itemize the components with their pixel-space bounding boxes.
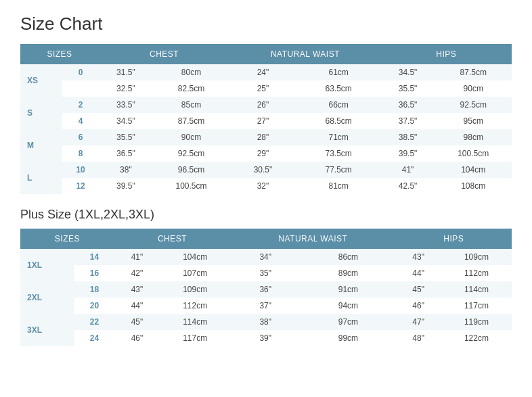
- size-number: 2: [62, 97, 99, 113]
- hips-in: 42.5": [381, 178, 435, 194]
- hips-cm: 119cm: [441, 314, 512, 330]
- plus-size-table: SIZES CHEST NATURAL WAIST HIPS 1XL 14 41…: [20, 229, 512, 346]
- chest-in: 31.5": [99, 64, 153, 80]
- chest-cm: 109cm: [160, 281, 230, 298]
- waist-in: 35": [230, 265, 301, 281]
- chest-cm: 100.5cm: [153, 178, 230, 194]
- waist-cm: 66cm: [296, 97, 381, 113]
- size-number: 16: [74, 265, 114, 281]
- waist-in: 38": [230, 314, 301, 330]
- hips-cm: 95cm: [435, 113, 512, 129]
- hips-in: 43": [396, 249, 441, 265]
- chest-cm: 80cm: [153, 64, 230, 80]
- page-title: Size Chart: [20, 14, 512, 34]
- waist-cm: 77.5cm: [296, 162, 381, 178]
- plus-size-title: Plus Size (1XL,2XL,3XL): [20, 208, 512, 222]
- table-row: L 10 38" 96.5cm 30.5" 77.5cm 41" 104cm: [20, 162, 512, 178]
- hips-in: 41": [381, 162, 435, 178]
- chest-in: 36.5": [99, 145, 153, 162]
- waist-cm: 63.5cm: [296, 80, 381, 97]
- hips-cm: 98cm: [435, 129, 512, 145]
- chest-in: 35.5": [99, 129, 153, 145]
- table-row: 20 44" 112cm 37" 94cm 46" 117cm: [20, 298, 512, 314]
- table-row: 1XL 14 41" 104cm 34" 86cm 43" 109cm: [20, 249, 512, 265]
- size-number: 0: [62, 64, 99, 80]
- header-hips: HIPS: [381, 44, 512, 64]
- table-row: 24 46" 117cm 39" 99cm 48" 122cm: [20, 330, 512, 346]
- size-label: 2XL: [20, 281, 74, 314]
- size-number: [62, 80, 99, 97]
- table-row: 32.5" 82.5cm 25" 63.5cm 35.5" 90cm: [20, 80, 512, 97]
- table-row: M 6 35.5" 90cm 28" 71cm 38.5" 98cm: [20, 129, 512, 145]
- size-number: 10: [62, 162, 99, 178]
- chest-cm: 85cm: [153, 97, 230, 113]
- chest-cm: 82.5cm: [153, 80, 230, 97]
- size-number: 14: [74, 249, 114, 265]
- chest-in: 33.5": [99, 97, 153, 113]
- waist-in: 36": [230, 281, 301, 298]
- chest-in: 42": [114, 265, 160, 281]
- header-chest: CHEST: [99, 44, 229, 64]
- hips-in: 39.5": [381, 145, 435, 162]
- size-label: 1XL: [20, 249, 74, 281]
- waist-in: 37": [230, 298, 301, 314]
- size-label: 3XL: [20, 314, 74, 346]
- hips-cm: 108cm: [435, 178, 512, 194]
- waist-in: 32": [229, 178, 296, 194]
- chest-in: 39.5": [99, 178, 153, 194]
- waist-in: 39": [230, 330, 301, 346]
- size-number: 20: [74, 298, 114, 314]
- size-number: 4: [62, 113, 99, 129]
- waist-cm: 91cm: [301, 281, 395, 298]
- hips-in: 44": [396, 265, 441, 281]
- chest-in: 41": [114, 249, 160, 265]
- chest-in: 38": [99, 162, 153, 178]
- chest-cm: 112cm: [160, 298, 230, 314]
- hips-cm: 92.5cm: [435, 97, 512, 113]
- chest-in: 45": [114, 314, 160, 330]
- header-waist: NATURAL WAIST: [229, 44, 380, 64]
- hips-in: 35.5": [381, 80, 435, 97]
- size-label: M: [20, 129, 62, 162]
- waist-in: 25": [229, 80, 296, 97]
- waist-in: 26": [229, 97, 296, 113]
- hips-cm: 87.5cm: [435, 64, 512, 80]
- hips-in: 47": [396, 314, 441, 330]
- table-row: S 2 33.5" 85cm 26" 66cm 36.5" 92.5cm: [20, 97, 512, 113]
- waist-in: 27": [229, 113, 296, 129]
- hips-cm: 117cm: [441, 298, 512, 314]
- table-row: 12 39.5" 100.5cm 32" 81cm 42.5" 108cm: [20, 178, 512, 194]
- hips-cm: 104cm: [435, 162, 512, 178]
- size-number: 24: [74, 330, 114, 346]
- chest-cm: 117cm: [160, 330, 230, 346]
- table-row: 2XL 18 43" 109cm 36" 91cm 45" 114cm: [20, 281, 512, 298]
- regular-size-table: SIZES CHEST NATURAL WAIST HIPS XS 0 31.5…: [20, 44, 512, 194]
- size-number: 12: [62, 178, 99, 194]
- table-row: 4 34.5" 87.5cm 27" 68.5cm 37.5" 95cm: [20, 113, 512, 129]
- chest-in: 43": [114, 281, 160, 298]
- waist-cm: 99cm: [301, 330, 395, 346]
- waist-in: 34": [230, 249, 301, 265]
- size-label: L: [20, 162, 62, 194]
- waist-cm: 94cm: [301, 298, 395, 314]
- hips-cm: 122cm: [441, 330, 512, 346]
- table-row: XS 0 31.5" 80cm 24" 61cm 34.5" 87.5cm: [20, 64, 512, 80]
- chest-cm: 104cm: [160, 249, 230, 265]
- hips-cm: 90cm: [435, 80, 512, 97]
- chest-in: 46": [114, 330, 160, 346]
- table-row: 8 36.5" 92.5cm 29" 73.5cm 39.5" 100.5cm: [20, 145, 512, 162]
- size-number: 18: [74, 281, 114, 298]
- chest-cm: 114cm: [160, 314, 230, 330]
- plus-header-waist: NATURAL WAIST: [230, 229, 395, 249]
- hips-in: 36.5": [381, 97, 435, 113]
- waist-cm: 68.5cm: [296, 113, 381, 129]
- hips-in: 34.5": [381, 64, 435, 80]
- waist-cm: 71cm: [296, 129, 381, 145]
- waist-in: 28": [229, 129, 296, 145]
- hips-in: 45": [396, 281, 441, 298]
- waist-cm: 61cm: [296, 64, 381, 80]
- hips-cm: 114cm: [441, 281, 512, 298]
- hips-cm: 109cm: [441, 249, 512, 265]
- header-sizes: SIZES: [20, 44, 99, 64]
- table-row: 3XL 22 45" 114cm 38" 97cm 47" 119cm: [20, 314, 512, 330]
